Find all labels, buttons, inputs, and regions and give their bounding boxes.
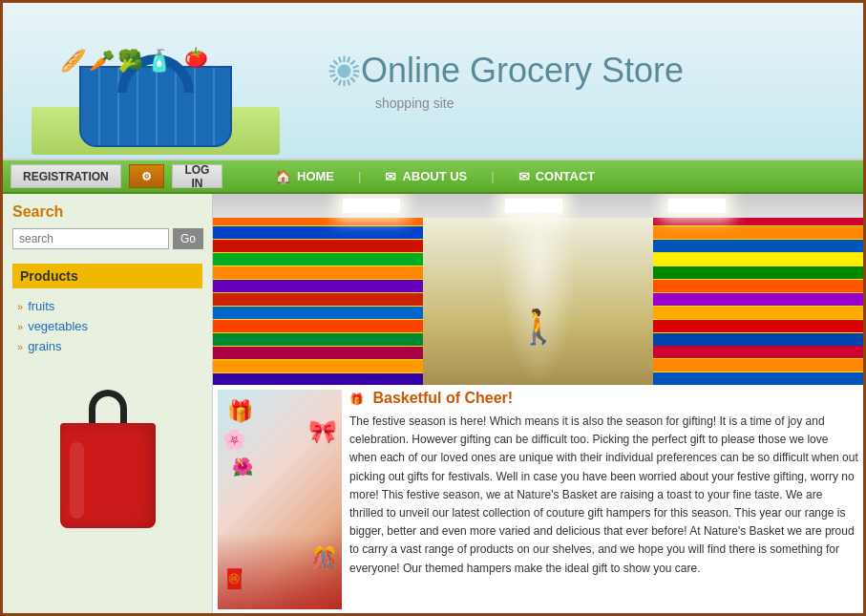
sidebar: Search Go Products » fruits » vegetables…	[3, 194, 213, 614]
gift-icon: 🎁	[349, 393, 364, 406]
nav-sep-2: |	[491, 169, 494, 183]
svg-line-16	[348, 56, 349, 62]
svg-line-9	[339, 56, 341, 62]
featured-article-image: 🎁 🌸 🎀 🌺 🧧 🎊	[218, 390, 342, 609]
category-grains-label: grains	[28, 339, 61, 353]
content-area: 🚶 🎁 🌸 🎀 🌺 🧧 🎊 🎁 Basketful of Cheer!	[213, 194, 863, 614]
sidebar-category-fruits[interactable]: » fruits	[12, 296, 202, 316]
sidebar-search-title: Search	[12, 203, 202, 221]
sunburst-icon	[327, 54, 361, 88]
svg-line-12	[353, 74, 359, 76]
nav-right-area: 🏠 HOME | ✉ ABOUT US | ✉ CONTACT	[222, 164, 863, 189]
svg-line-11	[330, 65, 336, 67]
svg-line-8	[333, 77, 337, 81]
featured-article-body: The festive season is here! Which means …	[349, 413, 858, 578]
about-nav-link[interactable]: ✉ ABOUT US	[370, 164, 481, 189]
navbar: REGISTRATION ⚙ LOG IN 🏠 HOME | ✉ ABOUT U…	[3, 160, 863, 194]
svg-line-14	[353, 65, 359, 67]
about-icon: ✉	[385, 169, 396, 184]
bullet-icon-vegetables: »	[17, 321, 23, 332]
main-content: Search Go Products » fruits » vegetables…	[3, 194, 863, 614]
header-logo: 🥖🥕🥦🧴 🍅	[3, 2, 308, 159]
contact-label: CONTACT	[536, 169, 596, 183]
header-title-area: Online Grocery Store shopping site	[308, 51, 863, 111]
login-button[interactable]: LOG IN	[172, 164, 222, 188]
bullet-icon-grains: »	[17, 341, 23, 352]
bullet-icon-fruits: »	[17, 301, 23, 312]
svg-line-6	[350, 77, 354, 81]
products-label: Products	[12, 264, 202, 288]
store-aisle-image: 🚶	[213, 194, 863, 385]
sidebar-advertisement	[12, 375, 202, 528]
nav-left-area: REGISTRATION ⚙ LOG IN	[3, 159, 222, 193]
nav-sep-1: |	[358, 169, 361, 183]
svg-line-15	[339, 79, 341, 85]
search-input[interactable]	[12, 228, 169, 249]
site-title: Online Grocery Store	[361, 51, 684, 91]
contact-icon: ✉	[518, 169, 530, 184]
about-label: ABOUT US	[402, 169, 467, 183]
search-go-button[interactable]: Go	[173, 228, 203, 249]
gear-icon: ⚙	[129, 164, 164, 188]
home-label: HOME	[297, 169, 334, 183]
home-icon: 🏠	[275, 169, 291, 184]
registration-button[interactable]: REGISTRATION	[11, 164, 121, 188]
svg-line-7	[350, 60, 354, 64]
sidebar-category-grains[interactable]: » grains	[12, 336, 202, 356]
home-nav-link[interactable]: 🏠 HOME	[261, 164, 349, 189]
site-subtitle: shopping site	[375, 96, 863, 111]
search-row: Go	[12, 228, 202, 249]
svg-line-10	[348, 79, 349, 85]
header: 🥖🥕🥦🧴 🍅	[3, 3, 863, 160]
featured-article: 🎁 🌸 🎀 🌺 🧧 🎊 🎁 Basketful of Cheer! The fe…	[213, 385, 863, 614]
svg-point-0	[338, 64, 351, 77]
category-fruits-label: fruits	[28, 299, 54, 313]
svg-line-13	[330, 74, 336, 76]
featured-article-text: 🎁 Basketful of Cheer! The festive season…	[349, 390, 858, 609]
featured-article-title: 🎁 Basketful of Cheer!	[349, 390, 858, 407]
grocery-basket-image: 🥖🥕🥦🧴 🍅	[32, 7, 280, 155]
svg-line-5	[333, 60, 337, 64]
contact-nav-link[interactable]: ✉ CONTACT	[504, 164, 610, 189]
sidebar-category-vegetables[interactable]: » vegetables	[12, 316, 202, 336]
category-vegetables-label: vegetables	[28, 319, 88, 333]
